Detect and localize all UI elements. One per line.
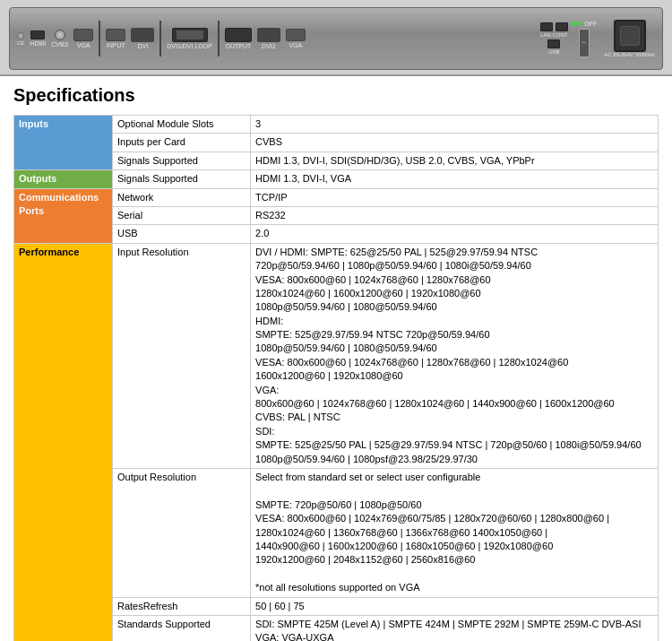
label-cell: Optional Module Slots [113,116,251,134]
device-header: CE HDMI CVBS VGA INPUT DVI [0,0,672,76]
label-cell: Network [113,188,251,206]
specs-container: Specifications InputsOptional Module Slo… [0,76,672,641]
table-row: OutputsSignals SupportedHDMI 1.3, DVI-I,… [14,170,659,188]
specs-table: InputsOptional Module Slots3Inputs per C… [13,115,659,641]
table-row: PerformanceInput ResolutionDVI / HDMI: S… [14,243,659,468]
value-cell: 3 [251,116,659,134]
label-cell: Signals Supported [113,170,251,188]
value-cell: SDI: SMPTE 425M (Level A) | SMPTE 424M |… [251,615,659,641]
value-cell: DVI / HDMI: SMPTE: 625@25/50 PAL | 525@2… [251,243,659,468]
value-cell: RS232 [251,206,659,224]
panel-left: CE HDMI CVBS VGA INPUT DVI [17,21,568,56]
dvi2-port: DVI2 [257,28,280,49]
device-panel: CE HDMI CVBS VGA INPUT DVI [9,7,663,70]
table-row: Communications PortsNetworkTCP/IP [14,188,659,206]
label-cell: Output Resolution [113,468,251,597]
value-cell: TCP/IP [251,188,659,206]
value-cell: 50 | 60 | 75 [251,597,659,615]
label-cell: Input Resolution [113,243,251,468]
label-cell: RatesRefresh [113,597,251,615]
category-cell: Communications Ports [14,188,113,243]
category-cell: Outputs [14,170,113,188]
table-row: InputsOptional Module Slots3 [14,116,659,134]
dvi-loop-port: DVI1/DVI LOOP [167,28,212,49]
category-cell: Performance [14,243,113,641]
value-cell: 2.0 [251,225,659,243]
vga-port: VGA [73,29,93,48]
label-cell: Serial [113,206,251,224]
value-cell: HDMI 1.3, DVI-I, VGA [251,170,659,188]
specs-title: Specifications [13,85,659,106]
input-label: INPUT [106,29,125,48]
value-cell: CVBS [251,134,659,152]
dvi-port: DVI [131,28,154,49]
value-cell: Select from standard set or select user … [251,468,659,597]
vga2-port: VGA [286,29,306,48]
label-cell: Standards Supported [113,615,251,641]
hdmi-port: HDMI [30,30,46,47]
value-cell: HDMI 1.3, DVI-I, SDI(SD/HD/3G), USB 2.0,… [251,152,659,169]
label-cell: USB [113,225,251,243]
output-label: OUTPUT [225,28,252,49]
panel-right: ON OFF ↕ AC 85-264V 50/60Hz [568,20,655,57]
label-cell: Inputs per Card [113,134,251,152]
cvbs-port: CVBS [51,30,68,48]
category-cell: Inputs [14,116,113,170]
label-cell: Signals Supported [113,152,251,169]
watermark-container: InputsOptional Module Slots3Inputs per C… [13,115,659,641]
